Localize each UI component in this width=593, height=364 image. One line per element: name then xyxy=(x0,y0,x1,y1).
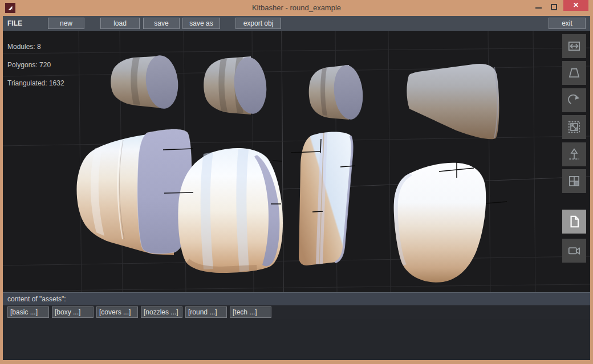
asset-group-boxy-button[interactable]: [boxy ...] xyxy=(52,306,94,318)
extrude-up-icon xyxy=(567,147,582,162)
module-cone-nozzle[interactable] xyxy=(407,64,499,139)
stat-polygons: Polygons: 720 xyxy=(7,60,64,69)
tool-page-button[interactable] xyxy=(562,210,586,234)
window-title: Kitbasher - round_example xyxy=(0,0,593,16)
exit-button[interactable]: exit xyxy=(549,18,586,29)
tool-camera-button[interactable] xyxy=(562,239,586,263)
tool-taper-button[interactable] xyxy=(562,61,586,85)
stat-triangulated: Triangulated: 1632 xyxy=(7,79,64,88)
asset-group-basic-button[interactable]: [basic ...] xyxy=(7,306,49,318)
module-rounded-cone[interactable] xyxy=(394,163,486,283)
taper-icon xyxy=(567,66,582,80)
module-cylinder-single-groove[interactable] xyxy=(111,54,181,110)
titlebar: Kitbasher - round_example ✕ xyxy=(0,0,593,16)
stat-modules: Modules: 8 xyxy=(7,42,64,51)
tool-quad-view-button[interactable] xyxy=(562,169,586,193)
page-icon xyxy=(567,214,582,229)
module-rounded-block-capped[interactable] xyxy=(76,129,192,255)
tool-scale-button[interactable] xyxy=(562,115,586,139)
tool-rotate-button[interactable] xyxy=(562,88,586,112)
maximize-icon[interactable] xyxy=(551,4,557,10)
assets-button-row: [basic ...] [boxy ...] [covers ...] [noz… xyxy=(3,305,590,319)
module-rounded-arch-grooved[interactable] xyxy=(178,148,283,273)
stretch-width-icon xyxy=(567,39,582,54)
assets-panel-header: content of "assets": xyxy=(3,292,590,305)
kitbasher-window: { "window": { "title": "Kitbasher - roun… xyxy=(0,0,593,364)
scene-canvas[interactable] xyxy=(3,31,590,292)
load-button[interactable]: load xyxy=(100,18,140,29)
close-button[interactable]: ✕ xyxy=(563,0,588,11)
tool-stretch-width-button[interactable] xyxy=(562,34,586,58)
save-as-button[interactable]: save as xyxy=(182,18,220,29)
asset-group-nozzles-button[interactable]: [nozzles ...] xyxy=(141,306,182,318)
file-menu-label: FILE xyxy=(7,16,22,31)
tool-extrude-up-button[interactable] xyxy=(562,142,586,166)
module-cylinder-double-groove[interactable] xyxy=(204,55,269,115)
new-button[interactable]: new xyxy=(48,18,84,29)
camera-icon xyxy=(567,243,582,258)
export-obj-button[interactable]: export obj xyxy=(235,18,281,29)
scene-stats: Modules: 8 Polygons: 720 Triangulated: 1… xyxy=(7,33,64,97)
menubar: FILE new load save save as export obj ex… xyxy=(3,16,590,31)
module-cylinder-narrow-groove[interactable] xyxy=(309,64,365,121)
asset-group-round-button[interactable]: [round ...] xyxy=(185,306,227,318)
save-button[interactable]: save xyxy=(143,18,180,29)
minimize-icon[interactable] xyxy=(535,7,542,9)
scale-icon xyxy=(567,120,582,134)
viewport[interactable]: Modules: 8 Polygons: 720 Triangulated: 1… xyxy=(3,31,590,292)
rotate-icon xyxy=(567,93,582,108)
asset-group-covers-button[interactable]: [covers ...] xyxy=(96,306,138,318)
asset-group-tech-button[interactable]: [tech ...] xyxy=(230,306,271,318)
quad-view-icon xyxy=(567,174,582,189)
assets-empty-area xyxy=(3,319,590,360)
